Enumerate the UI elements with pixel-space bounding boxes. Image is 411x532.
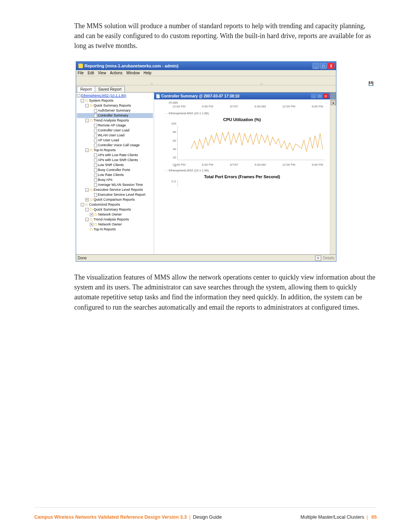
- document-icon: [94, 129, 97, 133]
- expand-icon[interactable]: -: [85, 104, 89, 107]
- cpu-chart-title: CPU Utilization (%): [157, 117, 327, 122]
- root-label[interactable]: EthersphereLMS2 (10.1.1.80): [81, 93, 126, 98]
- document-icon: [94, 183, 97, 187]
- document-icon: [94, 168, 97, 172]
- tree-item[interactable]: Executive Service Level Report: [77, 192, 153, 197]
- tree-item[interactable]: -🗀System Reports: [77, 98, 153, 103]
- scroll-up-icon[interactable]: ▴: [331, 100, 336, 105]
- collapse-icon[interactable]: -: [77, 94, 80, 97]
- folder-icon: 🗀: [89, 197, 93, 202]
- tree-item[interactable]: Controller Voice Call Usage: [77, 143, 153, 148]
- tree-item[interactable]: Busy APs: [77, 177, 153, 182]
- document-icon: [94, 144, 97, 147]
- tree-item[interactable]: AP User Load: [77, 138, 153, 143]
- outro-paragraph: The visualization features of MMS allow …: [74, 272, 377, 312]
- vertical-scrollbar[interactable]: ▴: [330, 99, 336, 254]
- inner-minimize-button[interactable]: _: [311, 94, 316, 98]
- tree-item[interactable]: Low Rate Clients: [77, 173, 153, 177]
- tree-item[interactable]: -🗀Quick Summary Reports: [77, 207, 153, 212]
- document-icon: [94, 114, 97, 118]
- tree-item[interactable]: APs with Low SNR Clients: [77, 158, 153, 163]
- tree-item[interactable]: -🗀Quick Summary Reports: [77, 103, 153, 108]
- expand-icon[interactable]: -: [81, 99, 84, 102]
- footer-page-num: 65: [371, 514, 377, 520]
- inner-titlebar[interactable]: 📄 Controller Summary @ 2007-03-07 17:38:…: [154, 93, 330, 99]
- document-icon: [94, 178, 97, 182]
- folder-icon: 🗀: [85, 98, 88, 103]
- page-footer: Campus Wireless Networks Validated Refer…: [34, 514, 377, 520]
- footer-rule: [34, 507, 377, 508]
- report-tree[interactable]: - EthersphereLMS2 (10.1.1.80) -🗀System R…: [76, 93, 154, 254]
- status-details[interactable]: Details: [323, 256, 335, 260]
- port-errors-title: Total Port Errors (Frames Per Second): [157, 174, 327, 179]
- inner-maximize-button[interactable]: □: [317, 94, 322, 98]
- expand-icon[interactable]: +: [90, 213, 93, 216]
- tree-item[interactable]: Low SNR Clients: [77, 163, 153, 168]
- tree-root[interactable]: - EthersphereLMS2 (10.1.1.80): [77, 93, 153, 98]
- expand-icon[interactable]: +: [90, 223, 93, 226]
- tree-item[interactable]: -🗀Trend Analysis Reports: [77, 217, 153, 222]
- tree-item[interactable]: Remote AP Usage: [77, 123, 153, 128]
- folder-icon: 🗀: [94, 222, 97, 227]
- document-icon: [94, 139, 97, 142]
- port-errors-svg: [157, 179, 327, 187]
- folder-icon: 🗀: [89, 103, 93, 108]
- document-icon: [94, 134, 97, 137]
- tree-item[interactable]: AuthServer Summary: [77, 108, 153, 113]
- folder-icon: 🗀: [89, 207, 93, 212]
- expand-icon[interactable]: -: [85, 218, 89, 221]
- expand-icon[interactable]: -: [81, 203, 84, 206]
- tree-item[interactable]: Controller Summary: [77, 113, 153, 118]
- tree-item[interactable]: Busy Controller Ports: [77, 168, 153, 173]
- folder-icon: 🗀: [89, 227, 93, 232]
- cpu-chart-svg: [157, 122, 327, 164]
- expand-icon[interactable]: -: [85, 208, 89, 211]
- intro-paragraph: The MMS solution will produce a number o…: [74, 21, 377, 51]
- tab-report[interactable]: Report: [77, 86, 95, 92]
- document-icon: [94, 153, 97, 157]
- app-window: Reporting (mms-1.arubanetworks.com - adm…: [76, 61, 336, 262]
- x-axis-labels: 12:00 PM 6:00 PM 3/7/07 6:00 AM 12:00 PM…: [172, 105, 323, 108]
- tree-item[interactable]: Average WLAN Session Time: [77, 182, 153, 187]
- axis-top-value: 25,000: [169, 101, 178, 104]
- expand-icon[interactable]: -: [85, 119, 89, 122]
- folder-icon: 🗀: [89, 187, 93, 192]
- tree-item[interactable]: -🗀Trend Analysis Reports: [77, 118, 153, 123]
- tree-item[interactable]: +🗀Quick Comparison Reports: [77, 197, 153, 202]
- tree-item[interactable]: APs with Low Rate Clients: [77, 153, 153, 158]
- inner-close-button[interactable]: X: [323, 94, 328, 98]
- tree-item[interactable]: 🗀Top-N Reports: [77, 227, 153, 232]
- folder-icon: 🗀: [89, 148, 93, 153]
- page-icon[interactable]: ▫: [406, 62, 411, 99]
- folder-icon: 🗀: [94, 212, 97, 217]
- folder-icon: 🗀: [89, 217, 93, 222]
- expand-icon[interactable]: +: [85, 198, 89, 201]
- document-icon: [94, 124, 97, 128]
- cpu-x-axis: 12:00 PM 6:00 PM 3/7/07 6:00 AM 12:00 PM…: [172, 163, 323, 166]
- document-icon: [94, 173, 97, 177]
- document-icon: [94, 109, 97, 113]
- tree-item[interactable]: WLAN User Load: [77, 133, 153, 138]
- toolbar: ▫ ▫ 💾 ▫ ▫ ▫ ▫ ✕ ▸ ▸ ↻ ▫ ▫ ▫ ▭ ? Context:…: [76, 76, 336, 85]
- status-left: Done: [78, 256, 87, 260]
- inner-title-text: Controller Summary @ 2007-03-07 17:38:10: [161, 94, 239, 98]
- tab-saved-report[interactable]: Saved Report: [95, 86, 125, 92]
- tree-item[interactable]: Controller User Load: [77, 128, 153, 133]
- tree-item[interactable]: +🗀Network Owner: [77, 222, 153, 227]
- tree-item[interactable]: +🗀Network Owner: [77, 212, 153, 217]
- folder-icon: 🗀: [89, 118, 93, 123]
- status-dropdown[interactable]: ▾: [315, 256, 321, 261]
- cpu-chart-legend: — EthersphereLMS2 (10.1.1.80): [165, 169, 327, 172]
- document-icon: [94, 163, 97, 167]
- expand-icon[interactable]: -: [85, 149, 89, 152]
- inner-window: 📄 Controller Summary @ 2007-03-07 17:38:…: [154, 93, 330, 254]
- tree-item[interactable]: -🗀Customized Reports: [77, 202, 153, 207]
- chart-legend: — EthersphereLMS2 (10.1.1.80): [165, 112, 327, 115]
- expand-icon[interactable]: -: [85, 188, 89, 192]
- port-errors-ytick: 0.5: [172, 180, 176, 183]
- folder-icon: 🗀: [85, 202, 88, 207]
- content-area: 📄 Controller Summary @ 2007-03-07 17:38:…: [154, 93, 336, 254]
- tree-item[interactable]: -🗀Top-N Reports: [77, 148, 153, 153]
- document-icon: [94, 193, 97, 197]
- tree-item[interactable]: -🗀Executive Service Level Reports: [77, 187, 153, 192]
